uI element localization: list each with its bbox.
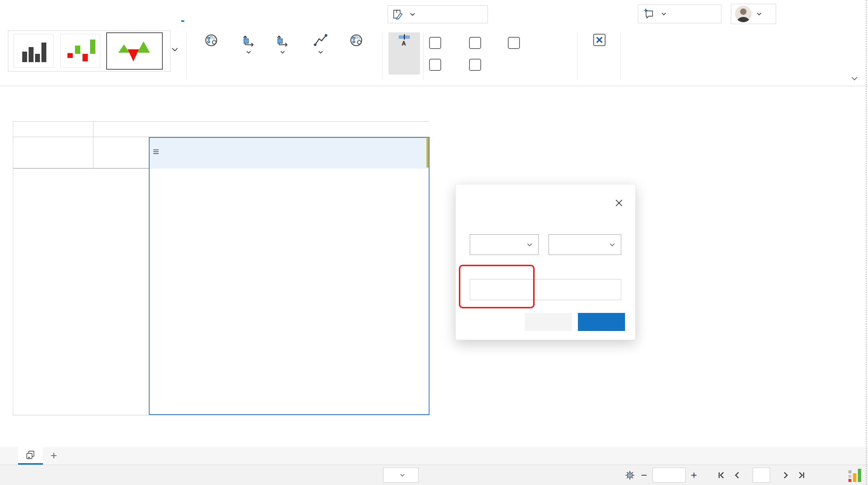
- remove-sparkline-button[interactable]: [582, 32, 616, 48]
- gallery-expand-chevron[interactable]: [170, 45, 179, 54]
- add-sheet-button[interactable]: +: [50, 449, 57, 462]
- type-select[interactable]: [470, 234, 539, 255]
- first-page-button[interactable]: [717, 470, 727, 480]
- settings-gear-icon[interactable]: [624, 470, 636, 481]
- zoom-out-button[interactable]: −: [641, 469, 647, 481]
- custom-value-input[interactable]: [470, 279, 621, 300]
- group-label-appearance: [186, 74, 382, 83]
- bar-sparkline-icon: [14, 34, 53, 67]
- checkbox-max[interactable]: [429, 37, 441, 49]
- drag-handle-icon[interactable]: [153, 148, 160, 156]
- group-separator: [578, 32, 578, 80]
- chevron-down-icon: [756, 11, 762, 17]
- comments-icon: [643, 8, 655, 20]
- sheet-tab-strip: +: [0, 447, 868, 465]
- group-label-label: [382, 74, 423, 83]
- column-header-grand-total[interactable]: [93, 122, 429, 137]
- group-separator: [423, 32, 423, 80]
- null-display-button[interactable]: [262, 32, 303, 55]
- palette-icon: [204, 32, 220, 48]
- gallery-item-bar-sparkline[interactable]: [14, 34, 53, 68]
- style-select[interactable]: [549, 234, 621, 255]
- group-label-sparkline: [8, 74, 177, 83]
- scale-dropdown-chevron[interactable]: [237, 50, 260, 55]
- null-display-icon: [275, 32, 290, 48]
- next-page-button[interactable]: [781, 470, 790, 480]
- rows-per-page-select[interactable]: [383, 468, 419, 483]
- scale-button[interactable]: [237, 32, 260, 55]
- page-edge-dots: [866, 0, 867, 485]
- marker-icon: [313, 32, 329, 48]
- appearance-button[interactable]: [189, 32, 234, 49]
- column-resize-indicator[interactable]: [426, 138, 429, 168]
- chevron-down-icon: [609, 241, 616, 248]
- chevron-down-icon: [399, 472, 405, 478]
- group-separator: [620, 32, 620, 80]
- column-header-2022-actuals[interactable]: [93, 137, 149, 169]
- zoom-in-button[interactable]: +: [691, 469, 697, 481]
- checkbox-sum[interactable]: [469, 59, 481, 71]
- logo-icon: [848, 468, 862, 482]
- chevron-down-icon: [661, 11, 667, 17]
- manage-columns-button[interactable]: [388, 5, 488, 23]
- null-display-dropdown-chevron[interactable]: [262, 50, 303, 55]
- sheet-tab-active[interactable]: [18, 447, 43, 465]
- gallery-item-winloss-sparkline[interactable]: [60, 34, 100, 68]
- marker-button[interactable]: [307, 32, 334, 55]
- checkbox-min[interactable]: [429, 59, 441, 71]
- group-separator: [186, 32, 187, 80]
- close-icon[interactable]: [614, 198, 624, 208]
- group-separator: [382, 32, 382, 80]
- remove-sparkline-icon: [592, 32, 607, 47]
- checkbox-avg[interactable]: [469, 37, 481, 49]
- sheet-icon: [25, 450, 36, 461]
- manage-columns-icon: [392, 9, 403, 20]
- collapse-ribbon-chevron[interactable]: [850, 75, 859, 83]
- svg-text:A: A: [402, 40, 406, 47]
- selected-column-outline: [149, 137, 429, 415]
- chevron-down-icon: [526, 241, 533, 248]
- row-header-region[interactable]: [13, 137, 93, 169]
- show-label-toggle-active[interactable]: A: [388, 32, 420, 75]
- app-window: A: [0, 0, 868, 485]
- marker-dropdown-chevron[interactable]: [307, 50, 334, 55]
- last-page-button[interactable]: [796, 470, 805, 480]
- pivot-table: [13, 121, 429, 415]
- winloss-sparkline-icon: [61, 34, 100, 67]
- axis-config-button[interactable]: [338, 32, 376, 49]
- show-label-icon: A: [397, 34, 412, 47]
- group-label-cancel: [578, 74, 620, 83]
- previous-page-button[interactable]: [732, 470, 742, 480]
- page-number-input[interactable]: [753, 468, 770, 483]
- zoom-level-box[interactable]: [653, 468, 686, 483]
- axis-config-icon: [349, 32, 365, 48]
- comments-button[interactable]: [638, 5, 721, 23]
- save-button[interactable]: [578, 313, 625, 331]
- account-menu[interactable]: [731, 4, 776, 24]
- column-header-month[interactable]: [13, 122, 93, 137]
- checkbox-all-children[interactable]: [508, 37, 520, 49]
- cancel-button[interactable]: [525, 313, 572, 331]
- chevron-down-icon: [409, 11, 416, 18]
- axis-config-dialog: [455, 184, 636, 340]
- status-bar: − +: [0, 465, 868, 485]
- area-sparkline-icon: [107, 33, 162, 69]
- avatar: [735, 6, 752, 22]
- gallery-item-area-sparkline-selected[interactable]: [106, 32, 163, 70]
- column-header-trend-selected[interactable]: [149, 137, 429, 169]
- group-label-show-column: [423, 74, 578, 83]
- ribbon: A: [0, 0, 868, 86]
- scale-axes-icon: [241, 32, 257, 48]
